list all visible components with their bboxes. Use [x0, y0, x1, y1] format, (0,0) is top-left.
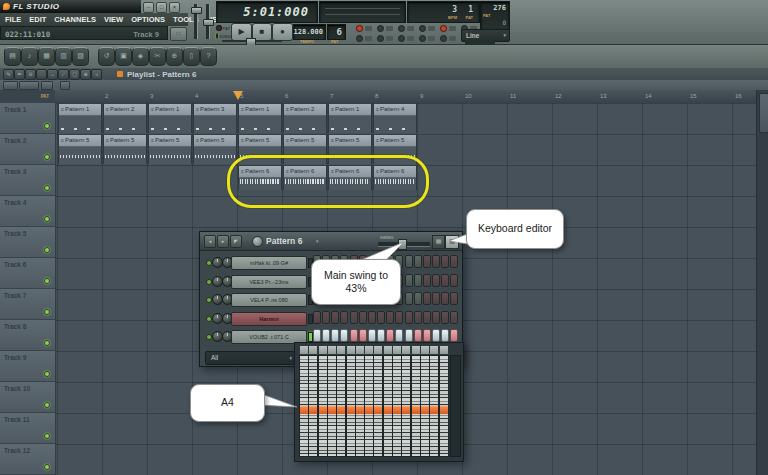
step-cell[interactable] — [331, 311, 339, 324]
clip-pattern-1[interactable]: ≡Pattern 1 — [238, 104, 282, 133]
rec-option-2[interactable] — [377, 25, 393, 32]
track-led-icon[interactable] — [44, 340, 50, 346]
clip-pattern-1[interactable]: ≡Pattern 1 — [148, 104, 192, 133]
playlist-panel-button[interactable]: ▨ — [72, 47, 89, 66]
step-cell[interactable] — [405, 292, 413, 305]
clip-pattern-5[interactable]: ≡Pattern 5 — [103, 135, 147, 164]
playlist-magnet-button[interactable] — [41, 81, 53, 90]
step-cell[interactable] — [350, 329, 358, 342]
rec-option-9[interactable] — [398, 35, 414, 42]
track-header-2[interactable]: Track 2 — [0, 134, 56, 165]
step-cell[interactable] — [423, 311, 431, 324]
rec-option-4[interactable] — [419, 25, 435, 32]
chevron-down-icon[interactable]: ▾ — [316, 238, 319, 244]
clip-pattern-2[interactable]: ≡Pattern 2 — [103, 104, 147, 133]
track-led-icon[interactable] — [44, 371, 50, 377]
note-a4-highlight[interactable] — [402, 406, 410, 414]
clip-pattern-5[interactable]: ≡Pattern 5 — [148, 135, 192, 164]
channel-filter-dropdown[interactable]: All ▾ — [205, 351, 297, 365]
note-a4-highlight[interactable] — [300, 406, 308, 414]
volume-slider-handle[interactable] — [191, 7, 202, 14]
playlist-snap-button[interactable] — [19, 81, 39, 90]
playlist-scrollbar[interactable] — [756, 90, 768, 475]
step-cell[interactable] — [450, 329, 458, 342]
pat-song-switch[interactable]: PAT SONG — [216, 24, 230, 40]
note-a4-highlight[interactable] — [412, 406, 420, 414]
track-header-11[interactable]: Track 11 — [0, 413, 56, 444]
cut-button[interactable]: ✂ — [149, 47, 166, 66]
step-cell[interactable] — [432, 274, 440, 287]
keyboard-editor-scrollbar[interactable] — [450, 355, 461, 457]
record-button[interactable]: ● — [272, 23, 293, 41]
step-cell[interactable] — [441, 255, 449, 268]
clip-pattern-4[interactable]: ≡Pattern 4 — [373, 104, 417, 133]
track-header-12[interactable]: Track 12 — [0, 444, 56, 475]
menu-file[interactable]: FILE — [5, 15, 21, 24]
save-button[interactable]: ▣ — [115, 47, 132, 66]
maximize-button[interactable]: □ — [156, 2, 167, 13]
step-cell[interactable] — [432, 292, 440, 305]
mixer-panel-button[interactable]: ▦ — [38, 47, 55, 66]
step-editor-button[interactable]: ▦ — [432, 235, 445, 249]
track-led-icon[interactable] — [44, 216, 50, 222]
rec-option-10[interactable] — [419, 35, 435, 42]
step-cell[interactable] — [441, 311, 449, 324]
step-cell[interactable] — [432, 255, 440, 268]
step-cell[interactable] — [395, 311, 403, 324]
step-cell[interactable] — [414, 274, 422, 287]
playlist-arrow-button[interactable] — [60, 81, 70, 90]
step-cell[interactable] — [405, 329, 413, 342]
minimize-button[interactable]: – — [143, 2, 154, 13]
track-led-icon[interactable] — [44, 154, 50, 160]
step-cell[interactable] — [432, 311, 440, 324]
tempo-display[interactable]: 128.000 — [293, 24, 326, 40]
slip-tool[interactable]: ↔ — [47, 69, 58, 80]
step-cell[interactable] — [423, 255, 431, 268]
keyboard-editor-button[interactable]: ▥ — [445, 235, 459, 249]
track-header-5[interactable]: Track 5 — [0, 227, 56, 258]
note-a4-highlight[interactable] — [328, 406, 336, 414]
track-header-10[interactable]: Track 10 — [0, 382, 56, 413]
track-header-1[interactable]: Track 1 — [0, 103, 56, 134]
clip-pattern-1[interactable]: ≡Pattern 1 — [328, 104, 372, 133]
step-cell[interactable] — [350, 311, 358, 324]
track-header-9[interactable]: Track 9 — [0, 351, 56, 382]
step-cell[interactable] — [405, 255, 413, 268]
step-cell[interactable] — [368, 329, 376, 342]
zoom-tool[interactable]: ⊕ — [80, 69, 91, 80]
step-cell[interactable] — [386, 311, 394, 324]
step-cell[interactable] — [450, 255, 458, 268]
keyboard-strip[interactable] — [439, 355, 449, 457]
track-led-icon[interactable] — [44, 185, 50, 191]
track-header-3[interactable]: Track 3 — [0, 165, 56, 196]
rec-option-1[interactable] — [356, 25, 372, 32]
step-cell[interactable] — [340, 311, 348, 324]
step-cell[interactable] — [331, 329, 339, 342]
note-a4-highlight[interactable] — [374, 406, 382, 414]
track-header-4[interactable]: Track 4 — [0, 196, 56, 227]
rack-scroll-left-button[interactable]: ◂ — [204, 235, 216, 248]
track-led-icon[interactable] — [44, 278, 50, 284]
timeline-ruler[interactable]: 2345678910111213141516 — [55, 90, 756, 104]
step-cell[interactable] — [386, 329, 394, 342]
note-a4-highlight[interactable] — [393, 406, 401, 414]
step-cell[interactable] — [368, 311, 376, 324]
rack-scroll-right-button[interactable]: ▸ — [217, 235, 229, 248]
track-led-icon[interactable] — [44, 309, 50, 315]
step-cell[interactable] — [423, 329, 431, 342]
notes-button[interactable]: ▯ — [183, 47, 200, 66]
track-header-6[interactable]: Track 6 — [0, 258, 56, 289]
help-button[interactable]: ? — [200, 47, 217, 66]
clip-pattern-5[interactable]: ≡Pattern 5 — [193, 135, 237, 164]
playback-tool[interactable]: ◃ — [91, 69, 102, 80]
step-cell[interactable] — [359, 329, 367, 342]
browser-panel-button[interactable]: ▥ — [55, 47, 72, 66]
step-cell[interactable] — [441, 292, 449, 305]
step-cell[interactable] — [322, 311, 330, 324]
step-cell[interactable] — [313, 329, 321, 342]
pattern-display[interactable]: 6 — [327, 24, 346, 40]
channel-button[interactable]: VEL4 P..ns 080 — [231, 293, 307, 307]
menu-channels[interactable]: CHANNELS — [54, 15, 96, 24]
keyboard-editor-panel[interactable] — [294, 342, 464, 462]
step-cell[interactable] — [414, 311, 422, 324]
